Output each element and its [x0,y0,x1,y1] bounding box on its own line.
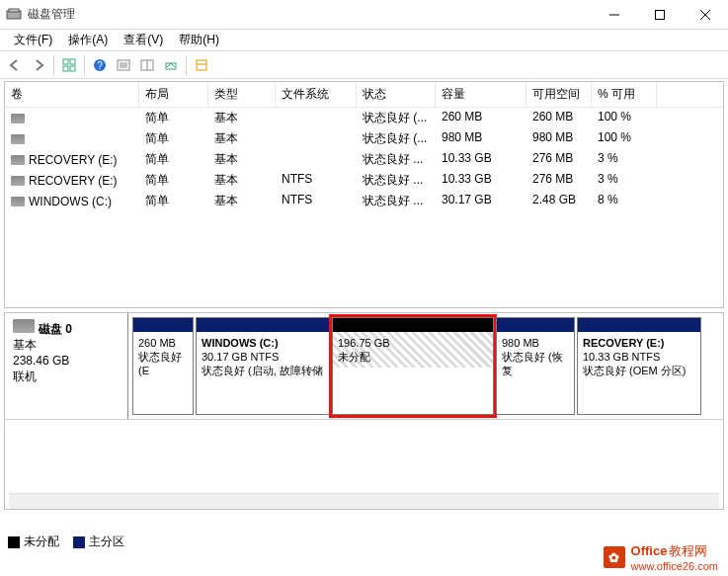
partition-title: WINDOWS (C:) [202,337,279,349]
view-icon[interactable] [58,54,80,76]
col-status[interactable]: 状态 [357,82,436,107]
partition-primary[interactable]: WINDOWS (C:) 30.17 GB NTFS 状态良好 (启动, 故障转… [196,317,330,415]
minimize-button[interactable] [592,0,637,30]
cell-percent: 3 % [592,150,657,169]
col-free[interactable]: 可用空间 [526,82,592,107]
cell-fs: NTFS [276,171,357,190]
volume-list: 卷 布局 类型 文件系统 状态 容量 可用空间 % 可用 简单基本状态良好 (.… [4,81,724,308]
cell-capacity: 10.33 GB [436,150,526,169]
back-button[interactable] [4,54,26,76]
svg-rect-1 [9,9,19,12]
cell-type: 基本 [208,150,276,169]
watermark-icon: ✿ [604,546,625,568]
disk-label: 磁盘 0 [39,322,72,336]
maximize-button[interactable] [637,0,683,30]
menu-view[interactable]: 查看(V) [116,30,171,50]
col-layout[interactable]: 布局 [139,82,208,107]
table-row[interactable]: 简单基本状态良好 (...980 MB980 MB100 % [5,128,723,149]
col-filesystem[interactable]: 文件系统 [276,82,357,107]
partition-size: 30.17 GB NTFS [202,351,279,363]
disk-icon [13,319,35,333]
column-headers: 卷 布局 类型 文件系统 状态 容量 可用空间 % 可用 [5,82,723,108]
partition-status: 状态良好 (OEM 分区) [583,365,687,376]
cell-capacity: 980 MB [436,129,526,148]
partition-primary[interactable]: RECOVERY (E:) 10.33 GB NTFS 状态良好 (OEM 分区… [577,317,701,415]
legend-unallocated: 未分配 [24,535,59,548]
volume-name: RECOVERY (E:) [29,174,118,188]
col-volume[interactable]: 卷 [5,82,139,107]
disk-size: 238.46 GB [13,353,120,369]
menubar: 文件(F) 操作(A) 查看(V) 帮助(H) [0,30,728,51]
svg-text:?: ? [97,60,103,71]
col-percent[interactable]: % 可用 [592,82,657,107]
cell-fs [276,150,357,169]
partition-size: 260 MB [138,337,176,349]
cell-free: 260 MB [526,109,592,127]
cell-layout: 简单 [139,150,208,169]
watermark-name2: 教程网 [669,543,707,558]
cell-free: 276 MB [526,150,592,169]
cell-layout: 简单 [139,129,208,148]
partition-unallocated[interactable]: 196.75 GB 未分配 [332,317,494,415]
cell-type: 基本 [208,192,276,210]
disk-info[interactable]: 磁盘 0 基本 238.46 GB 联机 [5,313,128,419]
cell-capacity: 30.17 GB [436,192,526,210]
partition-status: 未分配 [338,351,370,363]
cell-layout: 简单 [139,171,208,190]
disk-layout-pane: 磁盘 0 基本 238.46 GB 联机 260 MB 状态良好 (E WIND… [4,312,724,510]
cell-status: 状态良好 ... [357,150,436,169]
cell-percent: 8 % [592,192,657,210]
window-title: 磁盘管理 [28,6,592,23]
cell-fs: NTFS [276,192,357,210]
properties-button[interactable] [160,54,182,76]
menu-action[interactable]: 操作(A) [60,30,116,50]
table-row[interactable]: 简单基本状态良好 (...260 MB260 MB100 % [5,108,723,128]
col-type[interactable]: 类型 [208,82,276,107]
watermark-url: www.office26.com [631,560,718,572]
partition-primary[interactable]: 980 MB 状态良好 (恢复 [496,317,575,415]
svg-rect-3 [656,10,665,19]
table-row[interactable]: RECOVERY (E:)简单基本NTFS状态良好 ...10.33 GB276… [5,170,723,191]
partition-size: 196.75 GB [338,337,390,349]
cell-free: 980 MB [526,129,592,148]
partition-status: 状态良好 (E [138,351,182,376]
table-row[interactable]: WINDOWS (C:)简单基本NTFS状态良好 ...30.17 GB2.48… [5,191,723,211]
horizontal-scrollbar[interactable] [9,493,719,509]
disk-type: 基本 [13,337,120,353]
cell-percent: 100 % [592,129,657,148]
partition-header [133,318,193,332]
svg-rect-6 [63,59,68,64]
legend-swatch-primary [73,536,85,548]
close-button[interactable] [683,0,728,30]
cell-type: 基本 [208,171,276,190]
partition-title: RECOVERY (E:) [583,337,665,349]
disk-state: 联机 [13,369,120,384]
svg-rect-7 [70,59,75,64]
settings-icon[interactable] [191,54,212,76]
partition-header [497,318,574,332]
watermark-name1: Office [631,543,668,558]
cell-fs [276,109,357,127]
col-capacity[interactable]: 容量 [436,82,526,107]
menu-file[interactable]: 文件(F) [6,30,60,50]
volume-icon [11,176,25,186]
table-row[interactable]: RECOVERY (E:)简单基本状态良好 ...10.33 GB276 MB3… [5,149,723,170]
legend: 未分配 主分区 [8,534,124,550]
list-icon[interactable] [136,54,158,76]
menu-help[interactable]: 帮助(H) [171,30,227,50]
help-icon[interactable]: ? [89,54,111,76]
svg-rect-8 [63,66,68,71]
partition-primary[interactable]: 260 MB 状态良好 (E [132,317,194,415]
cell-status: 状态良好 ... [357,192,436,210]
cell-percent: 3 % [592,171,657,190]
partition-size: 980 MB [502,337,539,349]
cell-status: 状态良好 ... [357,171,436,190]
refresh-icon[interactable] [113,54,134,76]
svg-rect-16 [197,60,206,70]
forward-button[interactable] [28,54,49,76]
titlebar: 磁盘管理 [0,0,728,30]
volume-icon [11,155,25,165]
volume-icon [11,114,25,123]
legend-swatch-unallocated [8,536,20,548]
partition-status: 状态良好 (恢复 [502,351,563,376]
